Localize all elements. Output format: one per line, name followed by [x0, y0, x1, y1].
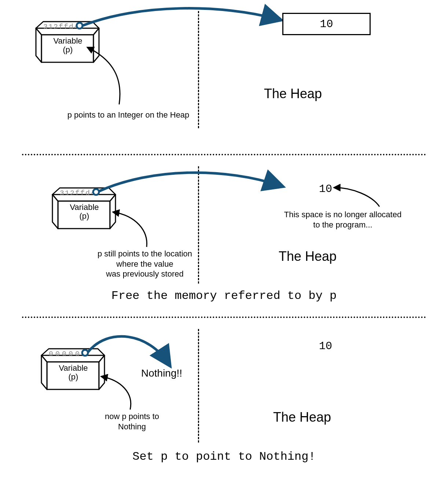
heap-note: This space is no longer allocated to the… — [257, 210, 429, 230]
box-note: p still points to the location where the… — [77, 249, 213, 279]
pointer-arrow — [97, 169, 288, 210]
box-note: now p points to Nothing — [84, 411, 180, 432]
box-caption: p points to an Integer on the Heap — [51, 110, 205, 120]
box-callout-arrow — [110, 210, 154, 254]
panel-1: 312ffd4 Variable (p) 10 The Heap p poi — [0, 0, 448, 154]
panel-caption: Set p to point to Nothing! — [0, 450, 448, 463]
svg-marker-13 — [41, 355, 47, 389]
heap-value-box: 10 — [282, 13, 371, 35]
box-callout-arrow — [84, 46, 132, 108]
box-address: 00000 — [49, 350, 82, 358]
heap-title: The Heap — [264, 86, 322, 101]
heap-title: The Heap — [273, 410, 331, 425]
svg-marker-3 — [36, 28, 41, 62]
heap-value: 10 — [319, 183, 332, 195]
box-address: 312ffd4 — [43, 23, 79, 31]
heap-divider — [198, 329, 199, 443]
panel-2: 312ffd4 Variable (p) 10 This space is no… — [0, 155, 448, 317]
heap-value: 10 — [319, 340, 332, 352]
pointer-arrow — [81, 5, 286, 42]
svg-marker-8 — [52, 195, 58, 229]
heap-value: 10 — [320, 18, 333, 30]
box-address: 312ffd4 — [60, 189, 96, 197]
panel-caption: Free the memory referred to by p — [0, 289, 448, 303]
box-callout-arrow — [99, 375, 139, 415]
nothing-label: Nothing!! — [141, 367, 182, 379]
panel-3: 00000 Variable (p) Nothing!! 10 The Heap… — [0, 318, 448, 476]
heap-title: The Heap — [279, 249, 337, 264]
